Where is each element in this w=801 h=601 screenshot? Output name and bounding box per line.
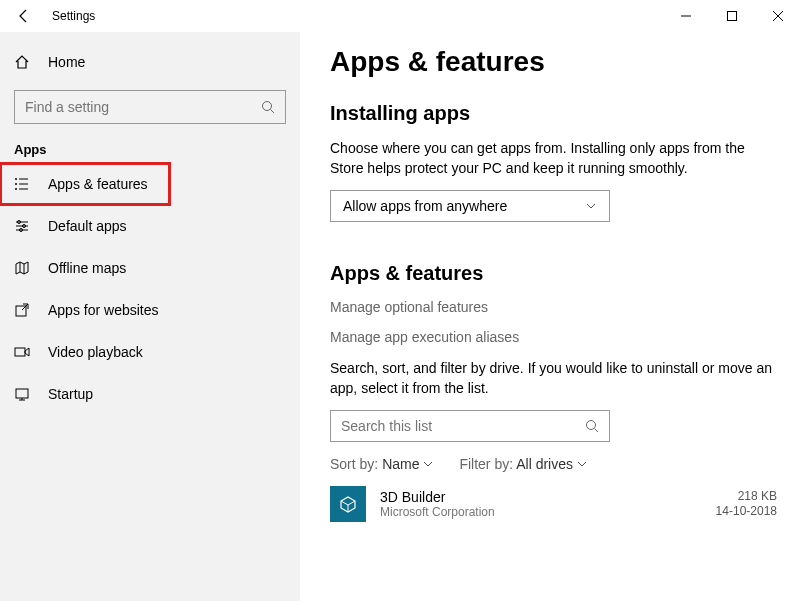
sort-value: Name bbox=[382, 456, 419, 472]
manage-aliases-link[interactable]: Manage app execution aliases bbox=[330, 329, 781, 345]
sidebar-item-offline-maps[interactable]: Offline maps bbox=[0, 247, 300, 289]
chevron-down-icon bbox=[585, 200, 597, 212]
app-publisher: Microsoft Corporation bbox=[380, 505, 702, 519]
sidebar-item-label: Apps & features bbox=[48, 176, 148, 192]
home-link[interactable]: Home bbox=[0, 44, 300, 80]
open-icon bbox=[14, 302, 30, 318]
maximize-button[interactable] bbox=[709, 0, 755, 32]
filter-control[interactable]: Filter by: All drives bbox=[459, 456, 587, 472]
close-button[interactable] bbox=[755, 0, 801, 32]
settings-search-input[interactable] bbox=[25, 99, 261, 115]
settings-search[interactable] bbox=[14, 90, 286, 124]
app-date: 14-10-2018 bbox=[716, 504, 777, 520]
sidebar-item-label: Default apps bbox=[48, 218, 127, 234]
page-title: Apps & features bbox=[330, 46, 781, 78]
svg-rect-25 bbox=[16, 389, 28, 398]
sidebar-category: Apps bbox=[14, 142, 300, 157]
video-icon bbox=[14, 344, 30, 360]
filter-label: Filter by: bbox=[459, 456, 513, 472]
window-title: Settings bbox=[52, 9, 95, 23]
home-label: Home bbox=[48, 54, 85, 70]
sort-control[interactable]: Sort by: Name bbox=[330, 456, 433, 472]
sidebar-item-default-apps[interactable]: Default apps bbox=[0, 205, 300, 247]
dropdown-value: Allow apps from anywhere bbox=[343, 198, 507, 214]
main-content: Apps & features Installing apps Choose w… bbox=[300, 32, 801, 601]
search-icon bbox=[585, 419, 599, 433]
svg-point-13 bbox=[15, 183, 17, 185]
sidebar-item-label: Apps for websites bbox=[48, 302, 159, 318]
app-list-search-input[interactable] bbox=[341, 418, 585, 434]
sidebar-item-apps-websites[interactable]: Apps for websites bbox=[0, 289, 300, 331]
filter-description: Search, sort, and filter by drive. If yo… bbox=[330, 359, 781, 398]
install-source-dropdown[interactable]: Allow apps from anywhere bbox=[330, 190, 610, 222]
sidebar-item-label: Video playback bbox=[48, 344, 143, 360]
back-button[interactable] bbox=[14, 6, 34, 26]
svg-line-5 bbox=[271, 110, 275, 114]
installing-heading: Installing apps bbox=[330, 102, 781, 125]
svg-point-14 bbox=[15, 188, 17, 190]
titlebar: Settings bbox=[0, 0, 801, 32]
svg-line-29 bbox=[595, 429, 599, 433]
app-icon bbox=[330, 486, 366, 522]
manage-optional-link[interactable]: Manage optional features bbox=[330, 299, 781, 315]
window-controls bbox=[663, 0, 801, 32]
svg-rect-24 bbox=[15, 348, 25, 356]
app-list-search[interactable] bbox=[330, 410, 610, 442]
chevron-down-icon bbox=[423, 456, 433, 472]
search-icon bbox=[261, 100, 275, 114]
defaults-icon bbox=[14, 218, 30, 234]
filter-value: All drives bbox=[516, 456, 573, 472]
sort-filter-row: Sort by: Name Filter by: All drives bbox=[330, 456, 781, 472]
sidebar-item-startup[interactable]: Startup bbox=[0, 373, 300, 415]
sidebar-item-label: Offline maps bbox=[48, 260, 126, 276]
sort-label: Sort by: bbox=[330, 456, 378, 472]
app-list-item[interactable]: 3D Builder Microsoft Corporation 218 KB … bbox=[330, 486, 781, 522]
sidebar-item-label: Startup bbox=[48, 386, 93, 402]
minimize-button[interactable] bbox=[663, 0, 709, 32]
list-icon bbox=[14, 176, 30, 192]
startup-icon bbox=[14, 386, 30, 402]
installing-description: Choose where you can get apps from. Inst… bbox=[330, 139, 781, 178]
svg-point-12 bbox=[15, 178, 17, 180]
app-name: 3D Builder bbox=[380, 489, 702, 505]
svg-point-4 bbox=[263, 102, 272, 111]
sidebar-item-apps-features[interactable]: Apps & features bbox=[0, 163, 170, 205]
home-icon bbox=[14, 54, 30, 70]
map-icon bbox=[14, 260, 30, 276]
apps-features-subheading: Apps & features bbox=[330, 262, 781, 285]
svg-point-28 bbox=[587, 421, 596, 430]
svg-rect-1 bbox=[728, 12, 737, 21]
chevron-down-icon bbox=[577, 456, 587, 472]
sidebar: Home Apps Apps & features Default apps bbox=[0, 32, 300, 601]
app-size: 218 KB bbox=[716, 489, 777, 505]
sidebar-item-video-playback[interactable]: Video playback bbox=[0, 331, 300, 373]
